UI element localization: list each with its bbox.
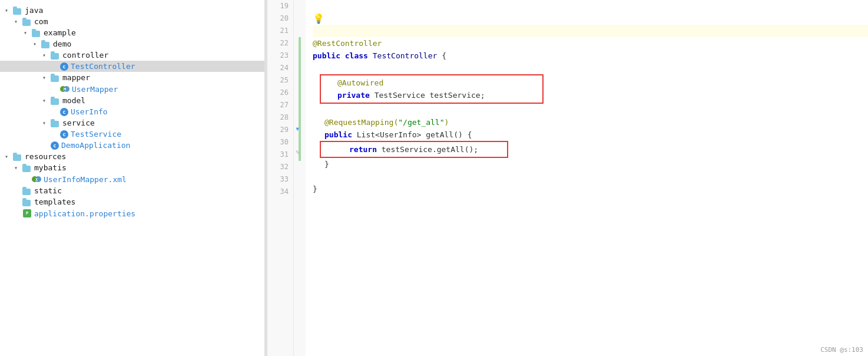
sidebar-item-label: templates (34, 197, 75, 206)
arrow-icon (24, 29, 32, 36)
line-num-30: 30 (267, 136, 293, 149)
sidebar-item-static[interactable]: static (0, 185, 264, 196)
folder-icon (22, 198, 32, 206)
sidebar-item-java[interactable]: java (0, 5, 264, 16)
line-numbers: 19 20 21 22 23 24 25 26 27 28 29 30 31 3… (267, 0, 294, 356)
folder-icon (32, 29, 41, 37)
line-num-33: 33 (267, 173, 293, 186)
folder-icon (51, 97, 60, 105)
edit-hint-icon: ✎ (296, 149, 300, 156)
class-icon: c (51, 141, 59, 150)
sidebar-item-label: UserInfo (71, 107, 108, 116)
status-bar: CSDN @s:103 (820, 346, 863, 354)
sidebar-item-model[interactable]: model (0, 95, 264, 106)
folder-icon (22, 18, 32, 26)
space: testService; (425, 89, 485, 101)
sidebar-item-label: TestController (71, 62, 135, 71)
sidebar-item-label: controller (62, 51, 108, 60)
arrow-icon (14, 164, 22, 171)
code-line-32 (313, 170, 868, 183)
sidebar-item-service[interactable]: service (0, 117, 264, 128)
line-num-19: 19 (267, 0, 293, 12)
sidebar-item-label: UserMapper (72, 85, 118, 94)
code-area: 19 20 21 22 23 24 25 26 27 28 29 30 31 3… (267, 0, 868, 356)
arrow-icon (42, 120, 51, 126)
sidebar-item-label: DemoApplication (61, 141, 130, 150)
keyword-class: class (345, 50, 368, 62)
sidebar-item-label: resources (25, 152, 66, 161)
line-num-25: 25 (267, 74, 293, 87)
sidebar-item-mapper[interactable]: mapper (0, 72, 264, 83)
code-line-29: public List< UserInfo > getAll() { (313, 128, 868, 141)
sidebar-item-mybatis[interactable]: mybatis (0, 162, 264, 173)
autowired-block: @Autowired private TestService testServi… (320, 74, 868, 104)
folder-icon (22, 164, 32, 172)
code-line-28: @RequestMapping("/get_all") (313, 116, 868, 128)
line-num-31: 31 (267, 149, 293, 161)
sidebar-item-label: example (44, 28, 76, 37)
return-block: return testService.getAll(); (320, 141, 868, 158)
mapper-icon: M (60, 84, 69, 94)
line-num-23: 23 (267, 50, 293, 62)
code-line-19 (313, 0, 868, 12)
code-content[interactable]: 💡 @RestController public class TestContr… (306, 0, 868, 356)
sidebar-item-testcontroller[interactable]: c TestController (0, 61, 264, 72)
code-line-25: @Autowired (326, 77, 538, 89)
type-testservice: TestService (375, 89, 425, 101)
sidebar-item-demoapplication[interactable]: c DemoApplication (0, 140, 264, 151)
sidebar-item-label: demo (53, 39, 71, 48)
sidebar-item-demo[interactable]: demo (0, 38, 264, 50)
sidebar-item-userinfo[interactable]: c UserInfo (0, 106, 264, 117)
file-tree: java com example demo controller c TestC… (0, 0, 265, 356)
cursor-position: CSDN @s:103 (820, 346, 863, 354)
line-num-28: 28 (267, 111, 293, 124)
fold-arrow-icon[interactable]: ▾ (295, 124, 300, 133)
space (340, 50, 345, 62)
sidebar-item-label: application.properties (34, 209, 135, 218)
line-num-21: 21 (267, 25, 293, 37)
line-num-32: 32 (267, 161, 293, 173)
folder-icon (51, 51, 60, 60)
space (370, 89, 375, 101)
code-line-31: } (313, 158, 868, 170)
sidebar-item-label: java (25, 6, 43, 15)
sidebar-item-example[interactable]: example (0, 27, 264, 38)
sidebar-item-label: model (62, 96, 85, 105)
line-num-20: 20 (267, 12, 293, 25)
lightbulb-icon[interactable]: 💡 (313, 12, 324, 25)
folder-icon (13, 6, 22, 15)
keyword-return: return (349, 143, 377, 156)
sidebar-item-label: static (34, 186, 62, 195)
code-line-34 (313, 195, 868, 207)
line-num-26: 26 (267, 87, 293, 99)
line-num-34: 34 (267, 186, 293, 198)
line-num-24: 24 (267, 62, 293, 74)
annotation-autowired: @Autowired (337, 77, 383, 89)
sidebar-item-testservice[interactable]: c TestService (0, 128, 264, 140)
line-num-27: 27 (267, 99, 293, 111)
change-indicator (299, 37, 301, 161)
arrow-icon (5, 153, 13, 160)
space (368, 50, 373, 62)
brace-close-method: } (324, 158, 329, 170)
sidebar-item-controller[interactable]: controller (0, 50, 264, 61)
keyword-public: public (313, 50, 340, 62)
class-icon: c (60, 62, 68, 71)
sidebar-item-usermapper[interactable]: M UserMapper (0, 83, 264, 95)
code-line-27 (313, 104, 868, 116)
arrow-icon (5, 7, 13, 14)
svg-text:M: M (64, 87, 66, 92)
arrow-icon (42, 97, 51, 104)
annotation-restcontroller: @RestController (313, 37, 382, 50)
sidebar-item-applicationproperties[interactable]: P application.properties (0, 207, 264, 219)
annotation-requestmapping: @RequestMapping("/get_all") (324, 116, 449, 128)
sidebar-item-templates[interactable]: templates (0, 196, 264, 207)
type-userinfo: UserInfo (380, 128, 417, 141)
sidebar-item-userinfomapperxml[interactable]: X UserInfoMapper.xml (0, 173, 264, 185)
sidebar-item-com[interactable]: com (0, 16, 264, 27)
folder-icon (13, 153, 22, 161)
sidebar-item-resources[interactable]: resources (0, 151, 264, 162)
sidebar-item-label: mybatis (34, 163, 67, 172)
return-call: testService.getAll(); (377, 143, 478, 156)
arrow-icon (42, 74, 51, 81)
